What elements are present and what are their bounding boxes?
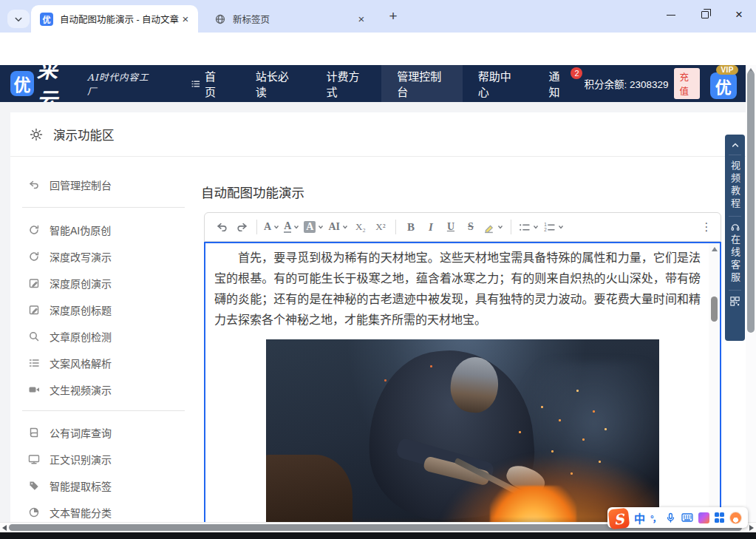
window-controls: ×	[654, 0, 756, 30]
close-tab-icon[interactable]: ×	[355, 13, 368, 26]
subscript-button[interactable]: X₂	[351, 217, 370, 237]
background-color-icon: A	[304, 221, 316, 233]
restore-icon	[701, 11, 709, 18]
tab-active[interactable]: 优 自动配图功能演示 - 自动文章采 ×	[31, 5, 198, 33]
tag-icon	[28, 480, 40, 492]
sidebar-item-originality-check[interactable]: 文章原创检测	[28, 328, 112, 345]
sidebar-item-public-lexicon[interactable]: 公有词库查询	[28, 424, 112, 441]
microphone-icon[interactable]	[665, 512, 676, 523]
minimize-button[interactable]	[654, 0, 688, 30]
article-image[interactable]	[266, 339, 659, 539]
ime-language-toggle[interactable]: 中	[634, 510, 645, 526]
keyboard-icon[interactable]	[681, 512, 693, 523]
toolbar-more-button[interactable]: ⋮	[700, 224, 713, 230]
sidebar-item-text-to-video[interactable]: 文生视频演示	[28, 381, 112, 399]
rich-text-editor[interactable]: 首先，要寻觅到极为稀有的天材地宝。这些天材地宝需具备特殊的属性和力量，它们是法宝…	[204, 242, 721, 539]
scrollbar-thumb[interactable]	[711, 296, 718, 322]
menu-item-label: 首页	[205, 68, 225, 99]
maximize-button[interactable]	[688, 0, 722, 30]
scroll-right-arrow[interactable]	[749, 525, 754, 531]
qr-code-icon[interactable]	[729, 296, 740, 307]
menu-item-must-read[interactable]: 站长必读	[240, 65, 311, 102]
article-paragraph[interactable]: 首先，要寻觅到极为稀有的天材地宝。这些天材地宝需具备特殊的属性和力量，它们是法宝…	[214, 248, 701, 330]
refresh-icon	[28, 224, 40, 236]
menu-item-pricing[interactable]: 计费方式	[310, 65, 381, 102]
redo-button[interactable]	[232, 217, 251, 237]
divider	[256, 220, 257, 234]
headset-icon[interactable]	[730, 222, 740, 232]
chevron-down-icon	[557, 223, 565, 231]
line-height-icon: AI	[328, 221, 340, 233]
gear-icon	[30, 128, 43, 141]
sidebar-item-back-to-console[interactable]: 回管理控制台	[28, 176, 112, 194]
tab-newtab[interactable]: 新标签页 ×	[204, 5, 375, 33]
sidebar-item-label: 文案风格解析	[50, 356, 112, 370]
italic-button[interactable]: I	[421, 217, 440, 237]
tab-title: 自动配图功能演示 - 自动文章采	[60, 12, 179, 26]
sidebar-item-deep-original-title[interactable]: 深度原创标题	[28, 301, 112, 319]
menu-item-help[interactable]: 帮助中心	[463, 65, 534, 102]
numbered-list-button[interactable]: 12	[542, 217, 566, 237]
page-scrollbar-vertical[interactable]	[746, 65, 756, 522]
menu-item-label: 通知	[549, 68, 569, 99]
menu-item-console[interactable]: 管理控制台	[381, 65, 462, 102]
refresh-icon	[28, 251, 40, 262]
highlight-button[interactable]	[481, 217, 505, 237]
undo-icon	[216, 221, 228, 234]
bullet-list-button[interactable]	[517, 217, 541, 237]
superscript-button[interactable]: X²	[371, 217, 390, 237]
recharge-button[interactable]: 充值	[674, 68, 699, 99]
undo-button[interactable]	[212, 217, 231, 237]
tab-search-button[interactable]	[7, 10, 30, 28]
redo-icon	[236, 221, 248, 234]
ime-skin-icon[interactable]	[698, 512, 709, 523]
user-avatar-wrap[interactable]: 优 VIP	[710, 68, 735, 99]
underline-button[interactable]: U	[441, 217, 460, 237]
sidebar-item-ai-rewrite[interactable]: 智能AI伪原创	[28, 221, 111, 239]
sidebar-item-deep-rewrite[interactable]: 深度改写演示	[28, 248, 112, 265]
strikethrough-button[interactable]: S	[461, 217, 480, 237]
main-menu: 首页 站长必读 计费方式 管理控制台 帮助中心 通知 2	[175, 65, 585, 102]
font-size-button[interactable]: A	[262, 217, 282, 237]
new-tab-button[interactable]: +	[384, 8, 402, 26]
sidebar-item-extract-tags[interactable]: 智能提取标签	[28, 477, 112, 495]
menu-item-label: 计费方式	[326, 68, 366, 99]
logo-tagline: AI时代内容工厂	[87, 70, 154, 98]
chevron-down-icon	[341, 223, 349, 231]
sidebar-item-text-classification[interactable]: 文本智能分类	[28, 504, 112, 521]
close-window-button[interactable]: ×	[722, 0, 756, 30]
ime-toolbox-icon[interactable]	[715, 512, 725, 523]
sidebar-item-label: 智能AI伪原创	[50, 223, 111, 237]
card-header: 演示功能区	[10, 112, 746, 157]
scroll-left-arrow[interactable]	[2, 525, 7, 531]
sidebar-item-body-recognition[interactable]: 正文识别演示	[28, 450, 112, 468]
close-tab-icon[interactable]: ×	[179, 13, 192, 26]
ime-punctuation-toggle[interactable]: °，	[650, 512, 660, 524]
menu-item-label: 帮助中心	[478, 68, 518, 99]
chevron-up-icon[interactable]	[730, 140, 740, 149]
back-arrow-icon	[28, 179, 40, 191]
book-icon	[28, 427, 40, 438]
menu-item-notifications[interactable]: 通知 2	[534, 65, 585, 102]
ime-mascot-icon[interactable]	[729, 512, 742, 524]
sidebar-item-label: 文本智能分类	[50, 505, 112, 520]
sidebar-item-style-analysis[interactable]: 文案风格解析	[28, 354, 112, 372]
bold-button[interactable]: B	[401, 217, 420, 237]
sogou-logo[interactable]: S	[608, 507, 630, 529]
menu-item-home[interactable]: 首页	[175, 65, 240, 102]
scrollbar-thumb[interactable]	[747, 71, 755, 333]
chevron-down-icon	[14, 15, 23, 24]
chevron-down-icon	[273, 223, 280, 231]
background-color-button[interactable]: A	[302, 217, 326, 237]
line-height-button[interactable]: AI	[327, 217, 350, 237]
editor-scrollbar[interactable]	[709, 243, 720, 538]
scroll-up-arrow[interactable]	[712, 247, 718, 251]
avatar[interactable]: 优	[710, 72, 737, 99]
online-service-button[interactable]: 在线客服	[728, 234, 742, 285]
font-color-button[interactable]: A	[282, 217, 302, 237]
chevron-down-icon	[293, 223, 300, 231]
menu-item-label: 站长必读	[256, 68, 296, 99]
video-tutorial-button[interactable]: 视频教程	[728, 160, 742, 211]
points-balance: 积分余额: 2308329	[584, 76, 668, 91]
sidebar-item-deep-original[interactable]: 深度原创演示	[28, 274, 112, 292]
